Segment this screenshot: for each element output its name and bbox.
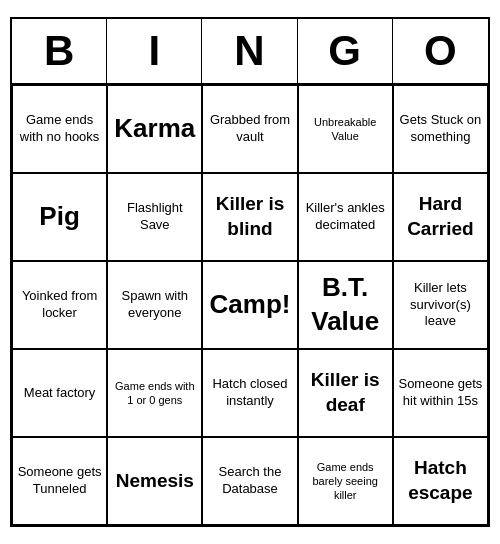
bingo-cell-8: Killer's ankles decimated [298,173,393,261]
bingo-cell-4: Gets Stuck on something [393,85,488,173]
bingo-letter-i: I [107,19,202,83]
bingo-letter-g: G [298,19,393,83]
bingo-cell-0: Game ends with no hooks [12,85,107,173]
bingo-cell-6: Flashlight Save [107,173,202,261]
bingo-cell-21: Nemesis [107,437,202,525]
bingo-card: BINGO Game ends with no hooksKarmaGrabbe… [10,17,490,527]
bingo-header: BINGO [12,19,488,85]
bingo-cell-1: Karma [107,85,202,173]
bingo-cell-24: Hatch escape [393,437,488,525]
bingo-cell-13: B.T. Value [298,261,393,349]
bingo-cell-22: Search the Database [202,437,297,525]
bingo-cell-3: Unbreakable Value [298,85,393,173]
bingo-cell-5: Pig [12,173,107,261]
bingo-cell-19: Someone gets hit within 15s [393,349,488,437]
bingo-cell-15: Meat factory [12,349,107,437]
bingo-cell-20: Someone gets Tunneled [12,437,107,525]
bingo-cell-18: Killer is deaf [298,349,393,437]
bingo-cell-2: Grabbed from vault [202,85,297,173]
bingo-letter-n: N [202,19,297,83]
bingo-cell-14: Killer lets survivor(s) leave [393,261,488,349]
bingo-letter-b: B [12,19,107,83]
bingo-letter-o: O [393,19,488,83]
bingo-cell-7: Killer is blind [202,173,297,261]
bingo-cell-11: Spawn with everyone [107,261,202,349]
bingo-cell-12: Camp! [202,261,297,349]
bingo-cell-9: Hard Carried [393,173,488,261]
bingo-cell-23: Game ends barely seeing killer [298,437,393,525]
bingo-cell-10: Yoinked from locker [12,261,107,349]
bingo-grid: Game ends with no hooksKarmaGrabbed from… [12,85,488,525]
bingo-cell-17: Hatch closed instantly [202,349,297,437]
bingo-cell-16: Game ends with 1 or 0 gens [107,349,202,437]
